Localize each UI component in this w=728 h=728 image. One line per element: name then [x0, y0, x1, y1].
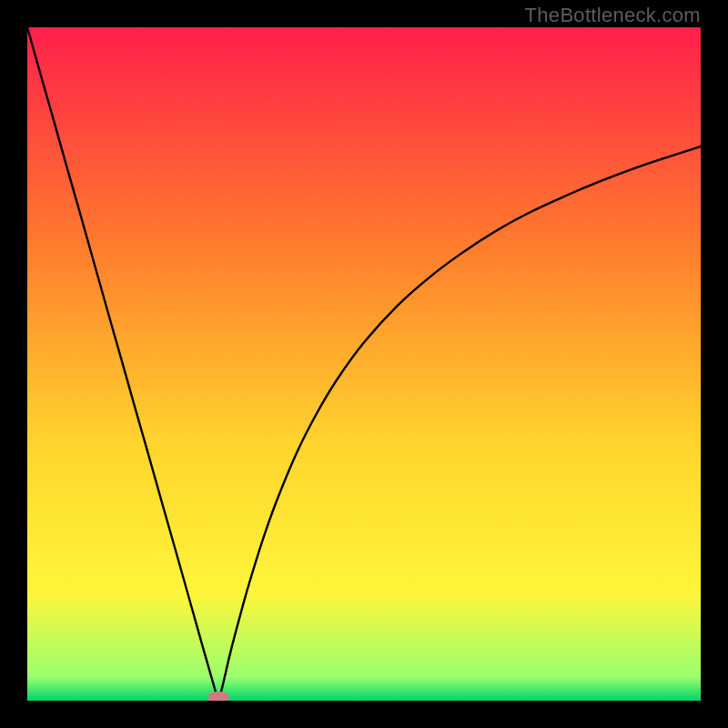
- watermark-text: TheBottleneck.com: [525, 4, 701, 27]
- gradient-background: [27, 27, 701, 701]
- chart-frame: TheBottleneck.com: [0, 0, 728, 728]
- bottleneck-curve-chart: [27, 27, 701, 701]
- plot-area: [27, 27, 701, 701]
